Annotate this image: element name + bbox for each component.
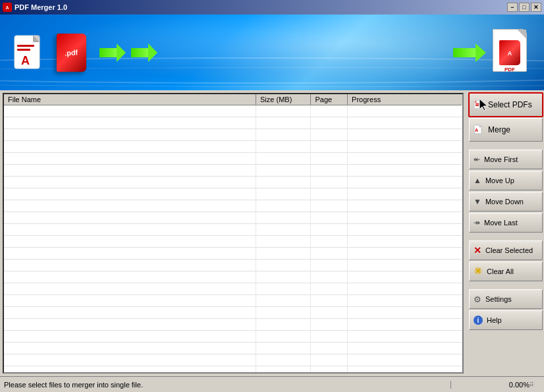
move-last-label: Move Last <box>484 219 518 227</box>
table-row[interactable] <box>4 354 462 366</box>
table-row[interactable] <box>4 188 462 200</box>
svg-rect-12 <box>476 105 479 106</box>
move-down-label: Move Down <box>485 198 524 206</box>
table-row[interactable] <box>4 248 462 260</box>
pdf-book-icon: .pdf <box>53 31 90 74</box>
table-row[interactable] <box>4 117 462 129</box>
select-pdfs-icon: A <box>474 99 484 111</box>
clear-all-icon <box>474 266 483 277</box>
move-last-icon: ↠ <box>474 218 480 227</box>
select-pdfs-button[interactable]: A Select PDFs <box>469 93 543 117</box>
file-list-area[interactable]: File Name Size (MB) Page Progress <box>3 93 464 374</box>
move-down-icon: ▼ <box>474 197 481 206</box>
pdf-book-label: .pdf <box>65 48 78 57</box>
table-row[interactable] <box>4 366 462 374</box>
help-label: Help <box>487 316 502 324</box>
svg-rect-5 <box>17 45 34 47</box>
status-progress: 0.00% <box>450 381 530 389</box>
resize-grip[interactable]: ⠿ <box>530 381 540 388</box>
table-row[interactable] <box>4 260 462 271</box>
clear-selected-label: Clear Selected <box>485 246 533 254</box>
output-arrow <box>453 43 486 63</box>
header-banner: A .pdf <box>0 14 544 90</box>
table-row[interactable] <box>4 307 462 319</box>
help-icon: i <box>474 316 483 325</box>
maximize-button[interactable]: □ <box>519 3 530 12</box>
svg-text:A: A <box>475 100 477 103</box>
file-table: File Name Size (MB) Page Progress <box>4 94 462 374</box>
table-row[interactable] <box>4 141 462 153</box>
output-section: A PDF <box>453 29 531 76</box>
move-up-button[interactable]: ▲ Move Up <box>469 171 543 190</box>
arrow-2 <box>131 43 157 62</box>
clear-selected-button[interactable]: ✕ Clear Selected <box>469 240 543 260</box>
col-filename: File Name <box>4 94 256 105</box>
svg-text:A: A <box>508 50 512 57</box>
move-up-label: Move Up <box>485 177 514 184</box>
arrows-container <box>99 43 157 62</box>
window-title: PDF Merger 1.0 <box>14 3 67 11</box>
col-size: Size (MB) <box>256 94 311 105</box>
svg-text:A: A <box>5 5 9 10</box>
merge-label: Merge <box>488 125 510 134</box>
table-row[interactable] <box>4 129 462 141</box>
table-row[interactable] <box>4 331 462 343</box>
table-row[interactable] <box>4 165 462 177</box>
col-progress: Progress <box>348 94 462 105</box>
table-row[interactable] <box>4 224 462 236</box>
move-first-icon: ↞ <box>474 155 480 164</box>
select-pdfs-label: Select PDFs <box>488 100 532 109</box>
output-pdf-icon: A PDF <box>493 29 531 76</box>
move-last-button[interactable]: ↠ Move Last <box>469 213 543 233</box>
settings-label: Settings <box>485 295 512 303</box>
svg-text:A: A <box>21 54 30 67</box>
merge-icon: A <box>474 124 484 136</box>
status-bar: Please select files to merger into singl… <box>0 376 544 392</box>
move-first-label: Move First <box>484 155 518 163</box>
status-message: Please select files to merger into singl… <box>4 381 450 389</box>
sidebar: A Select PDFs A Merge <box>466 90 544 376</box>
svg-rect-6 <box>17 49 30 51</box>
col-page: Page <box>311 94 348 105</box>
move-down-button[interactable]: ▼ Move Down <box>469 192 543 211</box>
table-row[interactable] <box>4 105 462 117</box>
clear-all-label: Clear All <box>487 267 514 275</box>
table-row[interactable] <box>4 271 462 283</box>
title-bar: A PDF Merger 1.0 − □ ✕ <box>0 0 544 14</box>
table-row[interactable] <box>4 200 462 212</box>
table-row[interactable] <box>4 153 462 165</box>
table-row[interactable] <box>4 343 462 354</box>
help-button[interactable]: i Help <box>469 310 543 330</box>
settings-button[interactable]: ⚙ Settings <box>469 289 543 309</box>
move-first-button[interactable]: ↞ Move First <box>469 150 543 169</box>
clear-all-button[interactable]: Clear All <box>469 262 543 281</box>
move-up-icon: ▲ <box>474 176 481 185</box>
svg-rect-11 <box>476 103 479 105</box>
table-row[interactable] <box>4 212 462 224</box>
main-content: File Name Size (MB) Page Progress <box>0 90 544 376</box>
table-row[interactable] <box>4 236 462 248</box>
settings-icon: ⚙ <box>474 294 481 304</box>
table-row[interactable] <box>4 319 462 331</box>
acrobat-logo-left: A <box>13 34 43 71</box>
app-icon: A <box>3 3 12 12</box>
merge-button[interactable]: A Merge <box>469 118 543 142</box>
table-row[interactable] <box>4 295 462 307</box>
arrow-1 <box>99 43 126 62</box>
close-button[interactable]: ✕ <box>531 3 541 12</box>
clear-selected-icon: ✕ <box>474 245 481 256</box>
table-row[interactable] <box>4 283 462 295</box>
table-row[interactable] <box>4 177 462 188</box>
svg-text:A: A <box>475 128 478 132</box>
minimize-button[interactable]: − <box>507 3 518 12</box>
